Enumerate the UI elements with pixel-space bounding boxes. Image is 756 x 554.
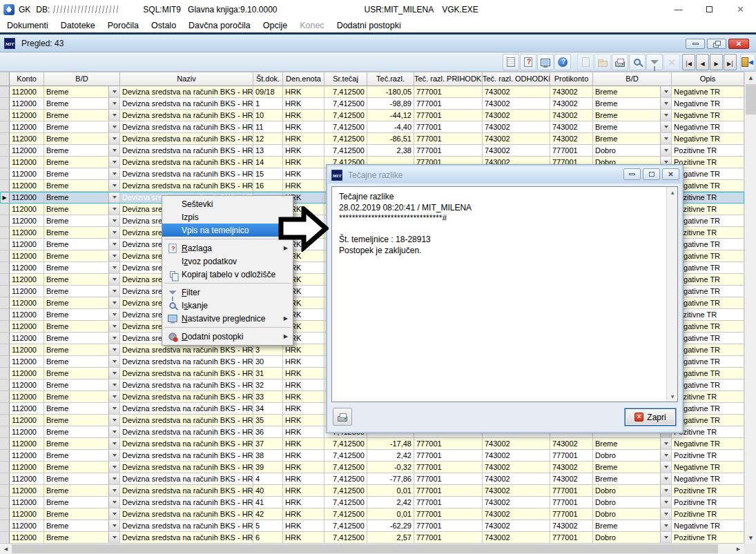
- cell-bd[interactable]: Breme: [44, 438, 120, 450]
- row-selector[interactable]: [0, 274, 10, 286]
- cell-bd[interactable]: Breme: [44, 344, 120, 356]
- cell-konto[interactable]: 112000: [10, 356, 44, 368]
- cell-konto[interactable]: 112000: [10, 403, 44, 415]
- cell-bd2[interactable]: Breme: [593, 86, 672, 98]
- exit-button[interactable]: [740, 54, 755, 70]
- cell-tec-razl-odhodki[interactable]: 743002: [483, 145, 550, 157]
- cell-stdok[interactable]: 33: [253, 391, 283, 403]
- cell-tec-razl[interactable]: -0,32: [367, 462, 414, 473]
- cell-konto[interactable]: 112000: [10, 309, 44, 321]
- cell-stdok[interactable]: 39: [253, 462, 283, 473]
- cell-konto[interactable]: 112000: [10, 215, 44, 227]
- cell-protikonto[interactable]: 743002: [550, 110, 593, 121]
- cell-konto[interactable]: 112000: [10, 274, 44, 286]
- dropdown-button[interactable]: [108, 368, 119, 379]
- cell-konto[interactable]: 112000: [10, 450, 44, 462]
- cell-bd[interactable]: Breme: [44, 286, 120, 297]
- context-menu-item-filter[interactable]: Filter: [162, 286, 293, 299]
- cell-den-enota[interactable]: HRK: [283, 368, 324, 379]
- cell-bd[interactable]: Breme: [44, 297, 120, 309]
- cell-konto[interactable]: 112000: [10, 426, 44, 438]
- cell-bd2[interactable]: Dobro: [593, 145, 672, 157]
- cell-stdok[interactable]: 16: [253, 180, 283, 192]
- cell-opis[interactable]: Pozitivne TR: [672, 508, 744, 520]
- dropdown-button[interactable]: [660, 438, 671, 449]
- column-header-0-konto[interactable]: Konto: [10, 72, 44, 86]
- cell-naziv[interactable]: Devizna sredstva na računih BKS - HRK: [120, 438, 253, 450]
- cell-naziv[interactable]: Devizna sredstva na računih BKS - HRK: [120, 98, 253, 110]
- row-selector[interactable]: [0, 450, 10, 462]
- dropdown-button[interactable]: [108, 239, 119, 250]
- scroll-down-icon[interactable]: ▼: [745, 532, 756, 544]
- cell-den-enota[interactable]: HRK: [283, 450, 324, 462]
- cell-naziv[interactable]: Devizna sredstva na računih BKS - HRK: [120, 368, 253, 379]
- cell-protikonto[interactable]: 777001: [550, 450, 593, 462]
- mdi-close-button[interactable]: ✕: [728, 39, 749, 49]
- row-selector[interactable]: [0, 368, 10, 379]
- cell-tec-razl-prihodki[interactable]: 777001: [414, 532, 483, 544]
- cell-opis[interactable]: Negativne TR: [672, 110, 744, 121]
- cell-protikonto[interactable]: 743002: [550, 473, 593, 485]
- cell-naziv[interactable]: Devizna sredstva na računih BKS - HRK: [120, 180, 253, 192]
- menubar-item-datoteke[interactable]: Datoteke: [55, 19, 101, 32]
- dropdown-button[interactable]: [108, 121, 119, 132]
- horizontal-scroll-thumb[interactable]: [12, 544, 718, 553]
- cell-bd2[interactable]: Breme: [593, 462, 672, 473]
- row-selector[interactable]: [0, 180, 10, 192]
- cell-tec-razl[interactable]: 2,42: [367, 497, 414, 508]
- cell-naziv[interactable]: Devizna sredstva na računih BKS - HRK: [120, 485, 253, 497]
- cell-sr-tecaj[interactable]: 7,412500: [324, 485, 367, 497]
- cell-stdok[interactable]: 36: [253, 426, 283, 438]
- cell-bd2[interactable]: Breme: [593, 121, 672, 133]
- maximize-button[interactable]: [694, 0, 725, 19]
- cell-stdok[interactable]: 5: [253, 520, 283, 532]
- cell-sr-tecaj[interactable]: 7,412500: [324, 450, 367, 462]
- dropdown-button[interactable]: [108, 508, 119, 520]
- row-selector[interactable]: [0, 415, 10, 426]
- cell-den-enota[interactable]: HRK: [283, 462, 324, 473]
- context-menu-item-dodatni-postopki[interactable]: Dodatni postopki▶: [162, 330, 293, 343]
- row-selector[interactable]: [0, 438, 10, 450]
- cell-naziv[interactable]: Devizna sredstva na računih BKS - HRK: [120, 391, 253, 403]
- cell-konto[interactable]: 112000: [10, 391, 44, 403]
- explain-button[interactable]: [520, 54, 536, 70]
- cell-tec-razl[interactable]: -4,40: [367, 121, 414, 133]
- cell-bd[interactable]: Breme: [44, 157, 120, 168]
- cell-stdok[interactable]: 6: [253, 532, 283, 544]
- cell-den-enota[interactable]: HRK: [283, 110, 324, 121]
- cell-den-enota[interactable]: HRK: [283, 426, 324, 438]
- dropdown-button[interactable]: [108, 344, 119, 355]
- cell-den-enota[interactable]: HRK: [283, 168, 324, 180]
- row-selector[interactable]: [0, 250, 10, 262]
- dropdown-button[interactable]: [660, 508, 671, 520]
- minimize-button[interactable]: —: [663, 0, 694, 19]
- cell-naziv[interactable]: Devizna sredstva na računih BKS - HRK: [120, 157, 253, 168]
- row-selector[interactable]: [0, 227, 10, 239]
- context-menu-item-izpis[interactable]: Izpis: [162, 210, 293, 224]
- row-selector[interactable]: [0, 497, 10, 508]
- cell-konto[interactable]: 112000: [10, 133, 44, 145]
- print-button[interactable]: [612, 54, 628, 70]
- row-selector[interactable]: [0, 98, 10, 110]
- dropdown-button[interactable]: [660, 462, 671, 473]
- row-selector[interactable]: [0, 215, 10, 227]
- nav-next-button[interactable]: [710, 54, 723, 70]
- cell-konto[interactable]: 112000: [10, 180, 44, 192]
- cell-bd[interactable]: Breme: [44, 473, 120, 485]
- dropdown-button[interactable]: [108, 110, 119, 121]
- cell-tec-razl-odhodki[interactable]: 743002: [483, 133, 550, 145]
- cell-konto[interactable]: 112000: [10, 157, 44, 168]
- cell-protikonto[interactable]: 777001: [550, 485, 593, 497]
- dropdown-button[interactable]: [108, 333, 119, 344]
- cell-sr-tecaj[interactable]: 7,412500: [324, 497, 367, 508]
- dropdown-button[interactable]: [660, 86, 671, 97]
- cell-bd[interactable]: Breme: [44, 227, 120, 239]
- cell-stdok[interactable]: 3: [253, 344, 283, 356]
- cell-konto[interactable]: 112000: [10, 86, 44, 98]
- row-selector[interactable]: [0, 110, 10, 121]
- cell-opis[interactable]: Pozitivne TR: [672, 485, 744, 497]
- cell-konto[interactable]: 112000: [10, 333, 44, 344]
- cell-sr-tecaj[interactable]: 7,412500: [324, 121, 367, 133]
- row-selector[interactable]: [0, 532, 10, 544]
- cell-opis[interactable]: Negativne TR: [672, 438, 744, 450]
